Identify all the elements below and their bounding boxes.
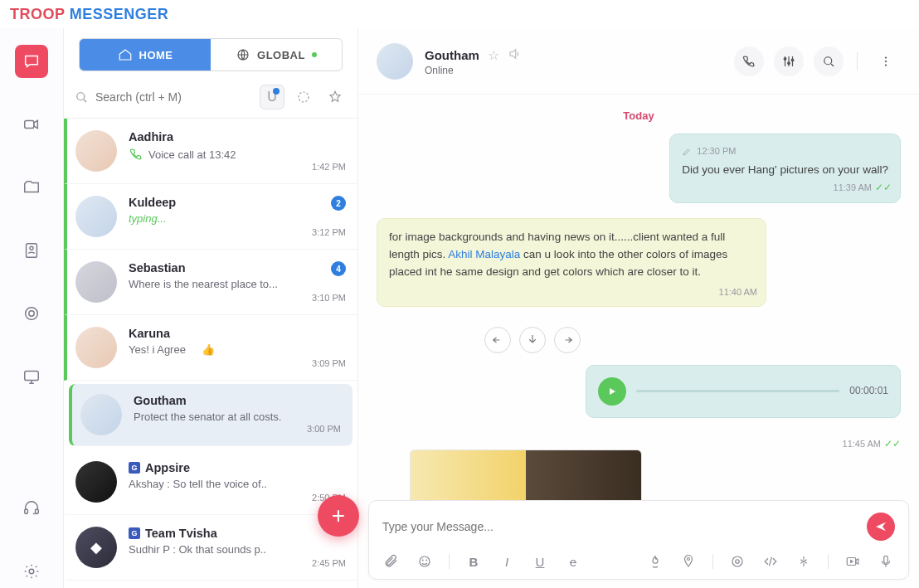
group-icon: G xyxy=(129,462,140,474)
mute-icon[interactable] xyxy=(508,46,523,65)
svg-rect-6 xyxy=(25,509,28,514)
location-button[interactable] xyxy=(679,552,698,571)
forkout-button[interactable] xyxy=(795,552,813,571)
rail-support-icon[interactable] xyxy=(15,492,48,525)
search-icon xyxy=(74,90,89,104)
edit-icon xyxy=(682,147,692,157)
rail-settings-icon[interactable] xyxy=(15,555,48,588)
svg-point-23 xyxy=(732,556,742,566)
chat-time: 3:12 PM xyxy=(312,227,346,237)
svg-point-18 xyxy=(885,64,887,66)
avatar xyxy=(75,196,117,237)
unread-filter-button[interactable]: U xyxy=(260,85,284,109)
tab-global[interactable]: GLOBAL xyxy=(211,39,342,70)
svg-rect-7 xyxy=(36,509,39,514)
svg-rect-0 xyxy=(25,120,34,128)
chat-time: 3:09 PM xyxy=(312,358,346,368)
svg-point-8 xyxy=(29,569,34,574)
svg-point-19 xyxy=(420,556,430,566)
sent-message[interactable]: 12:30 PM Did you ever Hang' pictures on … xyxy=(669,134,901,203)
chat-name: GTeam Tvisha xyxy=(129,527,346,540)
voice-progress[interactable] xyxy=(636,390,839,392)
more-menu-button[interactable] xyxy=(871,46,901,76)
chat-time: 1:42 PM xyxy=(312,162,346,172)
avatar xyxy=(75,327,117,368)
chat-item[interactable]: Goutham Protect the senator at all costs… xyxy=(69,384,353,446)
voice-call-icon xyxy=(129,147,143,162)
reply-action[interactable] xyxy=(484,327,511,353)
avatar xyxy=(75,130,117,172)
favorite-star-icon[interactable]: ☆ xyxy=(488,47,499,63)
image-attachment[interactable] xyxy=(410,450,642,500)
strikethrough-button[interactable]: e xyxy=(564,552,582,571)
chat-time: 3:00 PM xyxy=(307,424,341,434)
svg-point-12 xyxy=(784,57,786,60)
rail-desktop-icon[interactable] xyxy=(15,360,48,393)
unread-badge: 4 xyxy=(331,261,346,276)
chat-list: Aadhira Voice call at 13:42 1:42 PM Kuld… xyxy=(64,119,357,588)
app-topbar: TROOP MESSENGER xyxy=(0,0,919,28)
voice-message[interactable]: 00:00:01 xyxy=(586,365,901,418)
rail-files-icon[interactable] xyxy=(15,171,48,204)
chat-item[interactable]: ◆ GTeam Tvisha Sudhir P : Ok that sounds… xyxy=(64,515,357,581)
svg-point-17 xyxy=(885,60,887,61)
thumbs-up-icon: 👍 xyxy=(202,343,215,356)
user-mention[interactable]: Akhil Malayala xyxy=(448,248,520,260)
rail-contacts-icon[interactable] xyxy=(15,234,48,267)
rail-chats-icon[interactable] xyxy=(15,45,48,78)
new-chat-fab[interactable]: + xyxy=(318,495,359,537)
scope-tabs: HOME GLOBAL xyxy=(79,38,343,71)
chat-time: 2:45 PM xyxy=(312,558,346,568)
voice-record-button[interactable] xyxy=(877,552,895,571)
chat-item[interactable]: Kuldeep typing... 2 3:12 PM xyxy=(64,184,357,250)
chat-preview: Protect the senator at all costs. xyxy=(134,411,344,423)
search-in-chat-button[interactable] xyxy=(814,46,844,76)
chat-item[interactable]: Aadhira Voice call at 13:42 1:42 PM xyxy=(64,119,357,184)
search-input[interactable] xyxy=(95,90,253,104)
avatar: ◆ xyxy=(75,527,117,568)
chat-item[interactable]: GAppsire Akshay : So tell the voice of..… xyxy=(64,450,357,515)
avatar xyxy=(377,43,413,80)
rail-video-icon[interactable] xyxy=(15,108,48,141)
settings-button[interactable] xyxy=(774,46,804,76)
burnout-button[interactable] xyxy=(646,552,664,571)
read-receipt-icon: ✓✓ xyxy=(875,180,892,196)
chat-preview: Where is the nearest place to... xyxy=(129,278,346,290)
chat-item[interactable]: Karuna Yes! i Agree 👍 3:09 PM xyxy=(64,315,357,381)
contact-status: Online xyxy=(425,65,523,76)
svg-point-11 xyxy=(299,92,309,102)
underline-button[interactable]: U xyxy=(531,552,549,571)
svg-rect-5 xyxy=(25,372,39,381)
chat-time: 3:10 PM xyxy=(312,293,346,303)
code-button[interactable] xyxy=(761,552,780,571)
conversation-header: Goutham ☆ Online xyxy=(358,28,919,95)
attach-button[interactable] xyxy=(382,552,401,571)
record-button[interactable] xyxy=(728,552,746,571)
emoji-button[interactable] xyxy=(416,552,434,571)
chat-name: Aadhira xyxy=(129,130,346,143)
send-button[interactable] xyxy=(867,513,895,541)
favorite-filter-button[interactable] xyxy=(323,85,348,109)
chat-name: Karuna xyxy=(129,327,346,340)
download-action[interactable] xyxy=(519,327,546,353)
tab-home[interactable]: HOME xyxy=(80,39,211,70)
video-message-button[interactable] xyxy=(844,552,862,571)
filter-button[interactable] xyxy=(291,85,316,109)
received-message[interactable]: for image backgrounds and having news on… xyxy=(377,218,766,307)
bold-button[interactable]: B xyxy=(464,552,483,571)
call-button[interactable] xyxy=(734,46,764,76)
message-input[interactable] xyxy=(382,520,867,533)
svg-point-3 xyxy=(26,308,38,320)
rail-activity-icon[interactable] xyxy=(15,297,48,330)
avatar xyxy=(75,261,117,303)
chat-item[interactable]: Sebastian Where is the nearest place to.… xyxy=(64,250,357,315)
forward-action[interactable] xyxy=(554,327,581,353)
chat-preview: Sudhir P : Ok that sounds p.. xyxy=(129,543,346,556)
message-composer: B I U e xyxy=(368,500,909,580)
message-area: Today 12:30 PM Did you ever Hang' pictur… xyxy=(358,95,919,500)
chat-preview: Akshay : So tell the voice of.. xyxy=(129,478,346,490)
play-button[interactable] xyxy=(598,377,626,406)
chat-name: Kuldeep xyxy=(129,196,346,209)
contact-name: Goutham xyxy=(425,48,479,62)
italic-button[interactable]: I xyxy=(498,552,516,571)
